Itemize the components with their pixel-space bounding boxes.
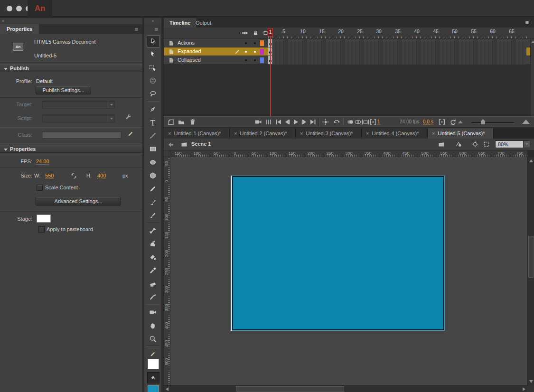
width-value[interactable]: 550 (45, 173, 54, 179)
layer-visibility-dot[interactable] (245, 59, 247, 61)
edit-multiple-frames-icon[interactable] (362, 118, 369, 126)
stage-color-swatch[interactable] (37, 215, 51, 223)
layer-visibility-dot[interactable] (245, 42, 247, 44)
advanced-settings-button[interactable]: Advanced Settings... (36, 197, 121, 205)
tools-menu-icon[interactable]: ≡ (154, 26, 158, 33)
document-tab-4[interactable]: ×Untitled-4 (Canvas)* (362, 128, 428, 139)
layer-name[interactable]: Actions (178, 40, 195, 46)
script-dropdown[interactable] (42, 114, 115, 122)
tab-output[interactable]: Output (190, 18, 217, 28)
step-back-icon[interactable] (283, 118, 291, 126)
layer-outline-color-swatch[interactable] (260, 49, 264, 55)
add-camera-icon[interactable] (254, 118, 262, 126)
vertical-scrollbar[interactable] (527, 157, 534, 385)
collapse-panel-icon[interactable]: « (2, 19, 4, 23)
tool-bone[interactable] (147, 225, 159, 236)
close-tab-icon[interactable]: × (230, 131, 240, 136)
loop-icon[interactable] (333, 118, 340, 126)
layer-depth-icon[interactable] (265, 118, 272, 126)
layer-row-collapsed[interactable]: Collapsed (164, 56, 530, 65)
document-tab-3[interactable]: ×Untitled-3 (Canvas)* (296, 128, 362, 139)
go-to-last-frame-icon[interactable] (309, 118, 317, 126)
timeline-zoom-out-icon[interactable] (458, 121, 463, 123)
scroll-left-icon[interactable] (166, 387, 169, 391)
tool-free-transform[interactable] (147, 62, 159, 73)
layer-row-expanded[interactable]: Expanded (164, 47, 530, 56)
layer-outline-color-swatch[interactable] (260, 57, 264, 63)
scroll-up-icon[interactable] (529, 159, 533, 162)
layer-lock-dot[interactable] (254, 51, 256, 53)
zoom-level-select[interactable]: 80% (495, 140, 524, 148)
class-input[interactable] (42, 131, 122, 139)
close-tab-icon[interactable]: × (164, 131, 174, 136)
clip-content-icon[interactable] (483, 140, 490, 148)
tool-camera[interactable] (147, 307, 159, 318)
tool-paint-brush[interactable] (147, 196, 159, 208)
document-tab-5[interactable]: ×Untitled-5 (Canvas)* (428, 128, 494, 139)
new-layer-icon[interactable] (167, 118, 175, 126)
layer-name[interactable]: Collapsed (178, 57, 201, 63)
reset-timeline-zoom-icon[interactable] (449, 118, 457, 126)
fill-color-swatch[interactable] (148, 385, 159, 392)
current-frame-value[interactable]: 1 (377, 119, 380, 125)
publish-settings-button[interactable]: Publish Settings... (36, 86, 91, 94)
horizontal-scroll-thumb[interactable] (236, 386, 344, 392)
layer-row-actions[interactable]: Actions (164, 39, 530, 47)
tool-width[interactable] (147, 291, 159, 303)
tool-line[interactable] (147, 130, 159, 141)
zoom-level-dropdown-icon[interactable] (524, 140, 530, 148)
center-frame-icon[interactable] (322, 118, 329, 126)
tool-rectangle[interactable] (147, 143, 159, 155)
frame-grid[interactable] (268, 39, 526, 47)
layer-outline-color-swatch[interactable] (260, 40, 264, 46)
tool-zoom[interactable] (147, 333, 159, 345)
delete-layer-icon[interactable] (189, 118, 197, 126)
fps-value[interactable]: 24.00 (36, 159, 49, 165)
edit-symbols-icon[interactable] (455, 140, 462, 148)
fill-color-bucket-icon[interactable] (147, 372, 159, 383)
properties-section-header[interactable]: Properties (0, 145, 142, 153)
onion-skin-outline-icon[interactable] (354, 118, 362, 126)
target-dropdown[interactable] (42, 101, 115, 109)
tool-text[interactable] (147, 117, 159, 128)
link-dimensions-icon[interactable] (70, 172, 78, 180)
class-edit-pencil-icon[interactable] (127, 131, 134, 137)
publish-section-header[interactable]: Publish (0, 64, 142, 72)
play-icon[interactable] (292, 118, 300, 126)
center-stage-icon[interactable] (471, 140, 479, 148)
script-settings-wrench-icon[interactable] (125, 114, 132, 121)
frame-grid[interactable] (268, 47, 526, 56)
playhead[interactable]: 1 (268, 28, 273, 37)
elapsed-time-value[interactable]: 0.0 s (423, 119, 433, 125)
timeline-menu-icon[interactable]: ≡ (525, 19, 528, 26)
close-tab-icon[interactable]: × (362, 131, 372, 136)
stroke-color-swatch[interactable] (148, 359, 159, 369)
window-close-button[interactable] (7, 6, 12, 11)
tool-lasso[interactable] (147, 88, 159, 100)
tool-paint-bucket[interactable] (147, 252, 159, 263)
frame-view-icon[interactable] (438, 118, 446, 126)
scale-content-checkbox[interactable] (37, 185, 43, 191)
apply-pasteboard-checkbox[interactable] (38, 226, 45, 233)
layer-name[interactable]: Expanded (178, 48, 201, 54)
tool-oval[interactable] (147, 157, 159, 168)
document-tab-1[interactable]: ×Untitled-1 (Canvas)* (164, 128, 230, 139)
horizontal-scrollbar[interactable] (164, 385, 527, 392)
timeline-zoom-in-icon[interactable] (522, 120, 530, 124)
tool-eraser[interactable] (147, 278, 159, 289)
back-arrow-icon[interactable] (167, 141, 175, 149)
timeline-zoom-slider[interactable] (471, 122, 514, 123)
collapse-tools-icon[interactable]: « (151, 19, 154, 23)
onion-skin-icon[interactable] (347, 118, 354, 126)
tool-3d-rotation[interactable] (147, 75, 159, 86)
tool-classic-brush[interactable] (147, 210, 159, 221)
tab-properties[interactable]: Properties (0, 24, 39, 34)
new-folder-icon[interactable] (178, 118, 185, 126)
tool-subselection[interactable] (147, 48, 159, 60)
stage-rectangle-object[interactable] (232, 176, 444, 330)
visibility-icon[interactable] (241, 29, 248, 37)
document-tab-2[interactable]: ×Untitled-2 (Canvas)* (230, 128, 296, 139)
timeline-zoom-slider-thumb[interactable] (481, 119, 485, 124)
tool-hand[interactable] (147, 320, 159, 331)
frame-grid[interactable] (268, 56, 526, 65)
